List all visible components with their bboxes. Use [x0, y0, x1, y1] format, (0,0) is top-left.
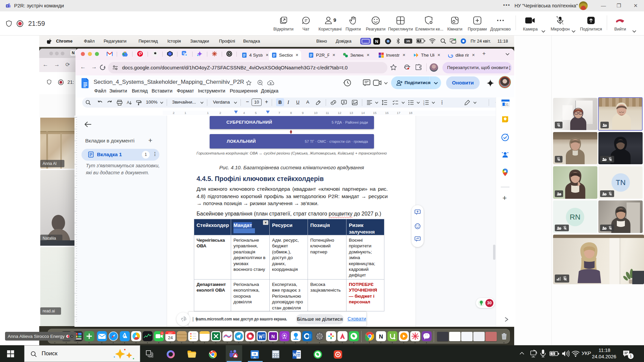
svg-text:?: ?: [605, 228, 606, 230]
svg-text:?: ?: [605, 159, 606, 161]
svg-text:!: !: [560, 193, 560, 195]
svg-text:?: ?: [605, 125, 606, 127]
svg-text:КВІТ: КВІТ: [168, 332, 173, 334]
svg-text:?: ?: [605, 193, 606, 195]
svg-text:31: 31: [505, 103, 509, 107]
svg-text:N: N: [375, 39, 378, 44]
svg-text:3: 3: [161, 332, 163, 335]
svg-text:N: N: [271, 334, 275, 339]
svg-text:1: 1: [390, 42, 391, 45]
svg-text:9: 9: [333, 17, 336, 23]
svg-text:?: ?: [559, 228, 561, 230]
svg-text:A: A: [127, 100, 129, 105]
svg-text:УК: УК: [406, 39, 410, 43]
svg-text:N: N: [379, 334, 383, 340]
svg-text:24: 24: [168, 335, 173, 340]
svg-text:?: ?: [71, 335, 72, 337]
svg-text:3: 3: [423, 104, 425, 105]
